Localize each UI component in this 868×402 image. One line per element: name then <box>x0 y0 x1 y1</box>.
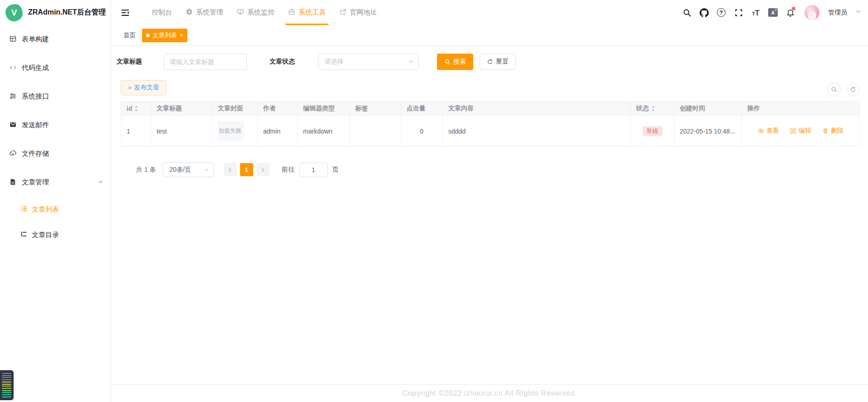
sidebar-item-system-api[interactable]: 系统接口 <box>0 82 111 111</box>
article-status-select[interactable]: 请选择 <box>319 54 419 70</box>
topnav-item-label: 系统监控 <box>247 8 275 17</box>
edit-link[interactable]: 编辑 <box>790 127 811 135</box>
refresh-icon <box>487 59 493 65</box>
page-content: 文章标题 文章状态 请选择 搜索 重置 + <box>111 46 868 402</box>
article-title-label: 文章标题 <box>117 58 142 66</box>
view-link[interactable]: 查看 <box>758 127 779 135</box>
article-title-input[interactable] <box>164 54 247 70</box>
edit-icon <box>790 128 796 134</box>
chevron-up-icon[interactable] <box>98 179 103 186</box>
sidebar-item-label: 发送邮件 <box>22 121 49 129</box>
sidebar-item-code-gen[interactable]: 代码生成 <box>0 54 111 82</box>
app-title: ZRAdmin.NET后台管理 <box>28 8 106 17</box>
github-icon[interactable] <box>699 8 709 17</box>
topbar-right: 管理员 <box>682 5 862 20</box>
sidebar-collapse-icon[interactable] <box>120 8 130 18</box>
cell-hits: 0 <box>401 116 443 147</box>
topnav-item-system-tools[interactable]: 系统工具 <box>281 0 333 25</box>
tab-article-list[interactable]: 文章列表 × <box>142 29 187 42</box>
sidebar-item-label: 系统接口 <box>22 92 49 101</box>
tab-active-dot-icon <box>146 34 150 37</box>
chevron-right-icon <box>260 167 266 173</box>
search-icon[interactable] <box>682 8 691 17</box>
chevron-down-icon[interactable] <box>855 8 862 17</box>
search-icon <box>444 59 451 65</box>
status-badge: 草稿 <box>642 126 662 136</box>
dev-console-widget[interactable] <box>0 370 14 400</box>
goto-page-input[interactable] <box>299 163 328 177</box>
app-root: V ZRAdmin.NET后台管理 表单构建 代码生成 系统接口 <box>0 0 868 402</box>
table-row: 1 test 加载失败 admin markdown 0 sdddd 草稿 <box>121 116 860 147</box>
tab-close-icon[interactable]: × <box>180 32 183 38</box>
sidebar-menu: 表单构建 代码生成 系统接口 发送邮件 <box>0 25 111 248</box>
notification-badge <box>792 7 795 10</box>
tree-icon <box>20 230 28 239</box>
translate-icon[interactable] <box>768 8 778 17</box>
select-placeholder: 请选择 <box>324 58 343 66</box>
tab-home[interactable]: 首页 <box>121 29 138 42</box>
search-icon <box>831 86 837 93</box>
cell-id: 1 <box>121 116 151 147</box>
sidebar-item-send-mail[interactable]: 发送邮件 <box>0 111 111 139</box>
help-icon[interactable] <box>716 8 726 17</box>
external-link-icon <box>339 8 347 17</box>
text-size-icon[interactable] <box>751 8 760 17</box>
topnav-item-label: 官网地址 <box>350 8 377 17</box>
user-name[interactable]: 管理员 <box>828 9 847 17</box>
chevron-left-icon <box>227 167 233 173</box>
user-avatar[interactable] <box>804 5 819 20</box>
toggle-search-button[interactable] <box>827 83 841 96</box>
delete-link[interactable]: 删除 <box>822 127 843 135</box>
sidebar-subitem-article-list[interactable]: 文章列表 <box>0 197 111 222</box>
cell-created: 2022-05-15 10:48... <box>674 116 742 147</box>
page-footer: Copyright ©2022 izhaorui.cn All Rights R… <box>111 384 868 402</box>
topnav-item-official-site[interactable]: 官网地址 <box>333 0 384 25</box>
search-form: 文章标题 文章状态 请选择 搜索 重置 <box>117 54 860 70</box>
cell-content: sdddd <box>443 116 631 147</box>
search-button[interactable]: 搜索 <box>437 54 473 70</box>
table-toolbar: + 发布文章 <box>121 80 860 95</box>
sidebar-subitem-article-catalog[interactable]: 文章目录 <box>0 222 111 248</box>
cell-cover: 加载失败 <box>212 116 258 147</box>
col-header-tags: 标签 <box>350 102 401 116</box>
topnav-item-label: 控制台 <box>152 8 172 17</box>
col-header-hits: 点击量 <box>401 102 443 116</box>
fullscreen-icon[interactable] <box>734 8 743 17</box>
col-header-editor-type: 编辑器类型 <box>298 102 350 116</box>
col-header-actions: 操作 <box>742 102 860 116</box>
cell-editor-type: markdown <box>298 116 350 147</box>
cell-actions: 查看 编辑 删除 <box>742 116 860 147</box>
publish-article-button[interactable]: + 发布文章 <box>121 80 167 95</box>
col-header-id[interactable]: id <box>121 102 151 116</box>
cell-title: test <box>151 116 212 147</box>
mail-icon <box>9 121 17 130</box>
topnav-item-console[interactable]: 控制台 <box>145 0 179 25</box>
prev-page-button[interactable] <box>224 163 237 176</box>
copyright-text: Copyright ©2022 izhaorui.cn All Rights R… <box>402 389 577 397</box>
topnav-item-label: 系统工具 <box>299 8 326 17</box>
cloud-upload-icon <box>9 149 17 159</box>
page-number-1[interactable]: 1 <box>240 163 253 176</box>
col-header-status[interactable]: 状态 <box>631 102 674 116</box>
cell-author: admin <box>258 116 298 147</box>
notification-bell-icon[interactable] <box>785 8 795 17</box>
code-icon <box>9 64 17 73</box>
page-size-select[interactable]: 20条/页 <box>163 162 214 177</box>
reset-button[interactable]: 重置 <box>480 54 516 70</box>
cover-image-broken[interactable]: 加载失败 <box>218 121 244 141</box>
cell-tags <box>350 116 401 147</box>
briefcase-icon <box>288 8 295 17</box>
topbar: 控制台 系统管理 系统监控 <box>111 0 868 25</box>
sidebar-item-label: 文章管理 <box>22 178 49 187</box>
next-page-button[interactable] <box>256 163 270 176</box>
sidebar-item-file-storage[interactable]: 文件存储 <box>0 139 111 168</box>
chevron-down-icon <box>408 59 414 65</box>
sidebar-item-article-mgmt[interactable]: 文章管理 <box>0 168 111 197</box>
logo-row[interactable]: V ZRAdmin.NET后台管理 <box>0 0 111 25</box>
topnav-item-system-mgmt[interactable]: 系统管理 <box>179 0 230 25</box>
refresh-table-button[interactable] <box>846 83 860 96</box>
list-icon <box>20 205 28 214</box>
sidebar-item-form-builder[interactable]: 表单构建 <box>0 25 111 54</box>
topnav-item-system-monitor[interactable]: 系统监控 <box>230 0 281 25</box>
plus-icon: + <box>128 84 132 91</box>
